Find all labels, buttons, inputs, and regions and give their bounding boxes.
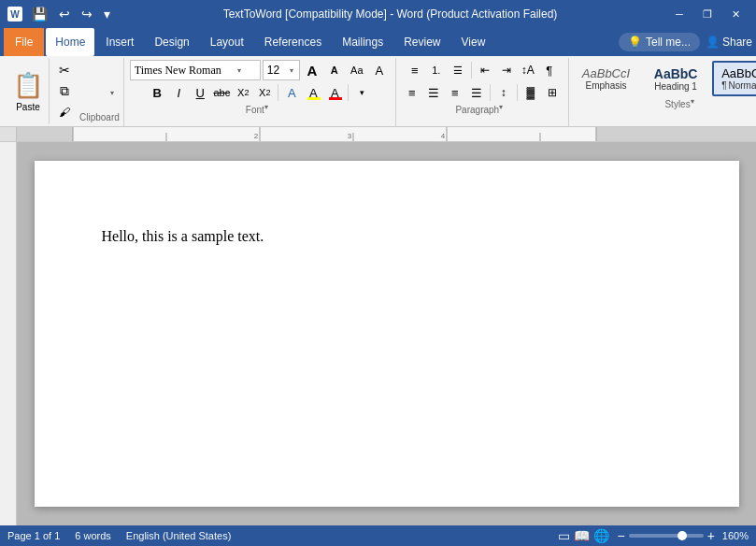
- align-center-button[interactable]: ☰: [423, 82, 444, 103]
- shrink-font-button[interactable]: A: [324, 60, 345, 80]
- justify-button[interactable]: ☰: [466, 82, 487, 103]
- restore-button[interactable]: ❐: [694, 5, 720, 23]
- paste-label: Paste: [16, 102, 40, 112]
- document-area: Hello, this is a sample text.: [0, 142, 756, 525]
- page-content[interactable]: Hello, this is a sample text.: [102, 228, 672, 245]
- menu-home[interactable]: Home: [46, 28, 94, 56]
- style-heading1-button[interactable]: AaBbC Heading 1: [643, 61, 708, 97]
- document-text: Hello, this is a sample text.: [102, 228, 672, 245]
- menu-insert[interactable]: Insert: [96, 28, 143, 56]
- word-count: 6 words: [75, 530, 111, 541]
- font-size-dropdown-arrow[interactable]: ▾: [290, 66, 293, 75]
- menubar-right: 💡 Tell me... 👤 Share: [619, 33, 752, 51]
- menu-review[interactable]: Review: [394, 28, 449, 56]
- ribbon-content: 📋 Paste ✂ ⧉ 🖌 ▾ Clipboard ▾: [4, 58, 752, 126]
- shading-button[interactable]: ▓: [521, 82, 541, 103]
- quick-access-toolbar: 💾 ↩ ↪ ▾: [28, 5, 114, 23]
- strikethrough-button[interactable]: abc: [211, 82, 232, 103]
- web-layout-button[interactable]: 🌐: [593, 528, 609, 543]
- align-left-button[interactable]: ≡: [402, 82, 422, 103]
- font-row1: ▾ ▾ A A Aa A: [130, 60, 390, 80]
- save-button[interactable]: 💾: [28, 5, 51, 23]
- zoom-in-button[interactable]: +: [707, 528, 715, 543]
- font-size-input[interactable]: [267, 64, 290, 77]
- italic-button[interactable]: I: [168, 82, 189, 103]
- window-title: TextToWord [Compatibility Mode] - Word (…: [114, 7, 666, 21]
- menu-mailings[interactable]: Mailings: [333, 28, 392, 56]
- document-scroll[interactable]: Hello, this is a sample text.: [17, 142, 756, 525]
- bullets-button[interactable]: ≡: [405, 60, 425, 80]
- grow-font-button[interactable]: A: [302, 60, 322, 80]
- menu-layout[interactable]: Layout: [201, 28, 253, 56]
- style-normal-button[interactable]: AaBbCcI ¶ Normal: [712, 61, 756, 96]
- paragraph-expand-button[interactable]: ▾: [499, 103, 508, 124]
- tell-me-text: Tell me...: [646, 36, 691, 49]
- statusbar-right: ▭ 📖 🌐 − + 160%: [558, 528, 749, 543]
- qat-dropdown-button[interactable]: ▾: [100, 5, 114, 23]
- menu-references[interactable]: References: [255, 28, 331, 56]
- minimize-button[interactable]: ─: [666, 5, 692, 23]
- subscript-button[interactable]: X2: [233, 82, 253, 103]
- ruler-svg: 2 3 4: [17, 127, 756, 141]
- zoom-track[interactable]: [629, 534, 704, 538]
- undo-button[interactable]: ↩: [55, 5, 74, 23]
- clipboard-expand-button[interactable]: ▾: [110, 89, 120, 110]
- change-case-button[interactable]: Aa: [347, 60, 367, 80]
- normal-label: ¶ Normal: [721, 80, 756, 91]
- menu-view[interactable]: View: [452, 28, 495, 56]
- styles-expand2-button[interactable]: ▾: [691, 97, 700, 119]
- paste-button[interactable]: 📋 Paste: [7, 58, 50, 124]
- line-spacing-button[interactable]: ↕: [493, 82, 514, 103]
- zoom-thumb[interactable]: [678, 531, 687, 540]
- tell-me-button[interactable]: 💡 Tell me...: [619, 33, 700, 51]
- person-icon: 👤: [706, 36, 720, 49]
- style-emphasis-button[interactable]: AaBbCcI Emphasis: [573, 61, 639, 96]
- font-row2: B I U abc X2 X2 A A A ▾: [147, 82, 372, 103]
- normal-preview: AaBbCcI: [721, 66, 756, 80]
- font-expand-button[interactable]: ▾: [264, 103, 274, 124]
- svg-rect-1: [73, 127, 596, 141]
- highlight-color-button[interactable]: A: [303, 82, 323, 103]
- para-row1: ≡ 1. ☰ ⇤ ⇥ ↕A ¶: [405, 60, 560, 80]
- show-paragraph-button[interactable]: ¶: [539, 60, 560, 80]
- format-painter-button[interactable]: 🖌: [53, 104, 76, 121]
- clear-formatting-button[interactable]: A: [369, 60, 390, 80]
- redo-button[interactable]: ↪: [78, 5, 96, 23]
- decrease-indent-button[interactable]: ⇤: [475, 60, 495, 80]
- layout-buttons: ▭ 📖 🌐: [558, 528, 609, 543]
- font-family-input[interactable]: [135, 64, 237, 78]
- emphasis-preview: AaBbCcI: [582, 66, 630, 80]
- font-color-button[interactable]: A: [324, 82, 345, 103]
- font-color-dropdown[interactable]: ▾: [351, 82, 372, 103]
- cut-button[interactable]: ✂: [53, 62, 76, 79]
- superscript-button[interactable]: X2: [254, 82, 275, 103]
- horizontal-ruler: 2 3 4: [17, 127, 756, 141]
- numbering-button[interactable]: 1.: [426, 60, 447, 80]
- font-family-selector[interactable]: ▾: [130, 60, 261, 80]
- multilevel-button[interactable]: ☰: [448, 60, 468, 80]
- underline-button[interactable]: U: [190, 82, 210, 103]
- borders-button[interactable]: ⊞: [542, 82, 563, 103]
- text-effects-button[interactable]: A: [281, 82, 302, 103]
- font-family-dropdown-arrow[interactable]: ▾: [237, 66, 241, 75]
- print-layout-button[interactable]: ▭: [558, 528, 570, 543]
- increase-indent-button[interactable]: ⇥: [496, 60, 517, 80]
- clipboard-group: 📋 Paste ✂ ⧉ 🖌 ▾ Clipboard: [4, 58, 124, 126]
- font-size-selector[interactable]: ▾: [263, 60, 300, 80]
- language: English (United States): [126, 530, 232, 541]
- clipboard-buttons: 📋 Paste ✂ ⧉ 🖌: [7, 58, 79, 124]
- share-button[interactable]: 👤 Share: [706, 36, 752, 49]
- zoom-out-button[interactable]: −: [617, 528, 624, 543]
- menu-design[interactable]: Design: [145, 28, 198, 56]
- copy-button[interactable]: ⧉: [53, 82, 76, 99]
- statusbar: Page 1 of 1 6 words English (United Stat…: [0, 525, 756, 546]
- close-button[interactable]: ✕: [722, 5, 749, 23]
- left-ruler: [0, 142, 17, 525]
- ribbon: 📋 Paste ✂ ⧉ 🖌 ▾ Clipboard ▾: [0, 56, 756, 127]
- sort-button[interactable]: ↕A: [518, 60, 538, 80]
- menu-file[interactable]: File: [4, 28, 44, 56]
- read-mode-button[interactable]: 📖: [574, 528, 590, 543]
- paragraph-group: ≡ 1. ☰ ⇤ ⇥ ↕A ¶ ≡ ☰ ≡ ☰ ↕ ▓ ⊞ Par: [396, 58, 569, 126]
- bold-button[interactable]: B: [147, 82, 167, 103]
- align-right-button[interactable]: ≡: [445, 82, 465, 103]
